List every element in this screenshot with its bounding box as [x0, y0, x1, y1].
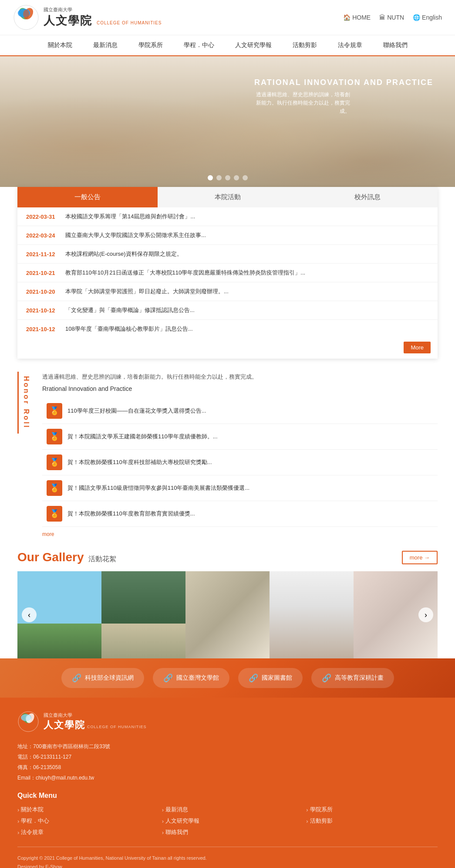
footer-logo-icon — [17, 711, 39, 732]
gallery-image-2 — [101, 571, 185, 658]
hero-dot-1[interactable] — [208, 175, 213, 180]
footer-quick-item-4[interactable]: 學程．中心 — [17, 817, 149, 825]
link-btn-3[interactable]: 🔗 國家圖書館 — [238, 668, 303, 688]
news-list: 2022-03-31 本校國語文學系籌理「第14屆思維與創作研討會」... 20… — [17, 207, 438, 338]
footer-fax: 傳真：06-2135058 — [17, 762, 438, 773]
footer-quick-item-2[interactable]: 最新消息 — [162, 806, 293, 814]
tab-general[interactable]: 一般公告 — [17, 187, 158, 207]
hero-dot-2[interactable] — [216, 175, 222, 180]
logo-area: 國立臺南大學 人文學院 COLLEGE OF HUMANITIES — [13, 4, 162, 31]
link-btn-4[interactable]: 🔗 高等教育深耕計畫 — [311, 668, 394, 688]
hero-overlay: RATIONAL INNOVATION AND PRACTICE 透過邏輯思維、… — [254, 78, 433, 116]
honor-item-text[interactable]: 賀！國語文學系110級唐愷徵同學友參與110年臺南美展書法類榮獲優選... — [67, 484, 249, 492]
honor-medal-icon: 🏅 — [47, 403, 62, 419]
news-date: 2021-11-12 — [26, 251, 65, 258]
nav-item-about[interactable]: 關於本院 — [37, 35, 83, 55]
hero-dot-5[interactable] — [243, 175, 248, 180]
logo-en: COLLEGE OF HUMANITIES — [97, 20, 162, 25]
honor-item-text[interactable]: 賀！本院國語文學系王建國老師榮獲110學年度績優教師。... — [67, 433, 218, 441]
nav-item-contact[interactable]: 聯絡我們 — [373, 35, 418, 55]
footer-email: Email：chiuyh@mail.nutn.edu.tw — [17, 773, 438, 783]
link-icon-3: 🔗 — [249, 673, 258, 683]
footer-quick-item-5[interactable]: 人文研究學報 — [162, 817, 293, 825]
news-item: 2021-10-12 「文化變遷」與「臺南學概論」修課抵認訊息公告... — [17, 301, 438, 320]
news-title[interactable]: 國立臺南大學人文學院國語文學系公開徵求系主任故事... — [65, 231, 206, 239]
honor-roll-label: Honor Roll — [17, 372, 34, 434]
news-item: 2022-03-24 國立臺南大學人文學院國語文學系公開徵求系主任故事... — [17, 226, 438, 245]
link-icon-1: 🔗 — [72, 673, 81, 683]
main-nav: 關於本院 最新消息 學院系所 學程．中心 人文研究學報 活動剪影 法令規章 聯絡… — [0, 35, 455, 56]
footer-quick-item-7[interactable]: 法令規章 — [17, 828, 149, 836]
logo-cn-big: 人文學院 — [44, 13, 92, 28]
footer-logo: 國立臺南大學 人文學院 COLLEGE OF HUMANITIES — [17, 711, 147, 732]
more-button[interactable]: More — [404, 342, 431, 353]
honor-item-text[interactable]: 110學年度三好校園——自在蓮花文學獎入選得獎公告... — [67, 407, 206, 415]
news-title[interactable]: 「文化變遷」與「臺南學概論」修課抵認訊息公告... — [65, 306, 195, 314]
footer-quick-title: Quick Menu — [17, 792, 438, 800]
gallery-title-en: Our Gallery — [17, 550, 84, 564]
hero-dots — [208, 175, 248, 180]
link-btn-1[interactable]: 🔗 科技部全球資訊網 — [61, 668, 144, 688]
footer-tel: 電話：06-2133111-127 — [17, 752, 438, 762]
honor-item: 🏅 賀！國語文學系110級唐愷徵同學友參與110年臺南美展書法類榮獲優選... — [42, 475, 438, 501]
gallery-header: Our Gallery 活動花絮 more → — [17, 550, 438, 564]
footer-quick-item-6[interactable]: 活動剪影 — [306, 817, 438, 825]
news-title[interactable]: 108學年度「臺南學概論核心教學影片」訊息公告... — [65, 325, 193, 333]
footer-quick-menu: Quick Menu 關於本院 最新消息 學院系所 學程．中心 人文研究學報 活… — [17, 792, 438, 836]
hero-dot-4[interactable] — [234, 175, 239, 180]
gallery-prev-button[interactable]: ‹ — [22, 607, 37, 622]
news-title[interactable]: 教育部110年10月21日函送修正「大專校院110學年度因應嚴重特殊傳染性肺炎防… — [65, 269, 305, 277]
logo-text: 國立臺南大學 人文學院 COLLEGE OF HUMANITIES — [44, 7, 162, 28]
footer-copyright-text: Copyright © 2021 College of Humanities, … — [17, 854, 438, 863]
gallery-title-cn: 活動花絮 — [88, 555, 116, 564]
footer-address: 地址：700臺南市中西區樹林街二段33號 — [17, 741, 438, 752]
honor-item-text[interactable]: 賀！本院教師榮獲110年度教育部教育實習績優獎... — [67, 510, 195, 518]
tab-external[interactable]: 校外訊息 — [297, 187, 438, 207]
globe-icon: 🌐 — [413, 14, 420, 21]
honor-medal-icon: 🏅 — [47, 454, 62, 470]
honor-item-text[interactable]: 賀！本院教師榮獲110年度科技部補助大專校院研究獎勵... — [67, 458, 212, 466]
footer-info: 地址：700臺南市中西區樹林街二段33號 電話：06-2133111-127 傳… — [17, 741, 438, 783]
links-bar: 🔗 科技部全球資訊網 🔗 國立臺灣文學館 🔗 國家圖書館 🔗 高等教育深耕計畫 — [0, 658, 455, 698]
news-date: 2021-10-12 — [26, 326, 65, 332]
footer-logo-en: COLLEGE OF HUMANITIES — [87, 725, 147, 729]
gallery-more-button[interactable]: more → — [402, 551, 438, 564]
nav-item-dept[interactable]: 學院系所 — [128, 35, 173, 55]
link-icon-2: 🔗 — [163, 673, 173, 683]
english-link[interactable]: 🌐 English — [413, 14, 442, 21]
footer-quick-item-3[interactable]: 學院系所 — [306, 806, 438, 814]
hero-dot-3[interactable] — [225, 175, 230, 180]
nav-item-gallery[interactable]: 活動剪影 — [282, 35, 327, 55]
news-section: 一般公告 本院活動 校外訊息 2022-03-31 本校國語文學系籌理「第14屆… — [17, 187, 438, 359]
news-title[interactable]: 本學院「大師講堂學習護照」即日起廢止。大師講堂則廢辦理。... — [65, 288, 229, 295]
footer-quick-item-8[interactable]: 聯絡我們 — [162, 828, 293, 836]
home-icon: 🏠 — [343, 14, 351, 21]
footer-quick-grid: 關於本院 最新消息 學院系所 學程．中心 人文研究學報 活動剪影 法令規章 聯絡… — [17, 806, 438, 836]
more-btn-container: More — [17, 338, 438, 359]
news-item: 2022-03-31 本校國語文學系籌理「第14屆思維與創作研討會」... — [17, 207, 438, 226]
gallery-next-button[interactable]: › — [418, 607, 433, 622]
nav-item-journal[interactable]: 人文研究學報 — [225, 35, 282, 55]
gallery-title: Our Gallery 活動花絮 — [17, 550, 116, 564]
nav-item-program[interactable]: 學程．中心 — [173, 35, 225, 55]
honor-content: 透過邏輯思維、歷史思辨的訓練，培養創新能力。執行任務時能全力以赴，務實完成。 R… — [42, 372, 438, 537]
footer-quick-item-1[interactable]: 關於本院 — [17, 806, 149, 814]
nav-item-regulations[interactable]: 法令規章 — [327, 35, 373, 55]
svg-point-10 — [26, 715, 31, 722]
news-date: 2022-03-24 — [26, 232, 65, 239]
link-btn-2[interactable]: 🔗 國立臺灣文學館 — [153, 668, 229, 688]
honor-more-link[interactable]: more — [42, 531, 54, 537]
nav-item-news[interactable]: 最新消息 — [83, 35, 128, 55]
hero-title: RATIONAL INNOVATION AND PRACTICE — [254, 78, 433, 87]
tab-activities[interactable]: 本院活動 — [158, 187, 298, 207]
honor-medal-icon: 🏅 — [47, 506, 62, 522]
header: 國立臺南大學 人文學院 COLLEGE OF HUMANITIES 🏠 HOME… — [0, 0, 455, 35]
footer-designed-by: Designed by E-Show — [17, 863, 438, 868]
honor-item: 🏅 110學年度三好校園——自在蓮花文學獎入選得獎公告... — [42, 398, 438, 424]
news-title[interactable]: 本校課程網站(E-course)資料保存期限之規定。 — [65, 250, 182, 258]
news-title[interactable]: 本校國語文學系籌理「第14屆思維與創作研討會」... — [65, 213, 195, 220]
home-link[interactable]: 🏠 HOME — [343, 14, 371, 21]
honor-subtitle: Rrational Innovation and Practice — [42, 385, 438, 392]
logo-icon — [13, 4, 39, 31]
nutn-link[interactable]: 🏛 NUTN — [379, 14, 404, 21]
